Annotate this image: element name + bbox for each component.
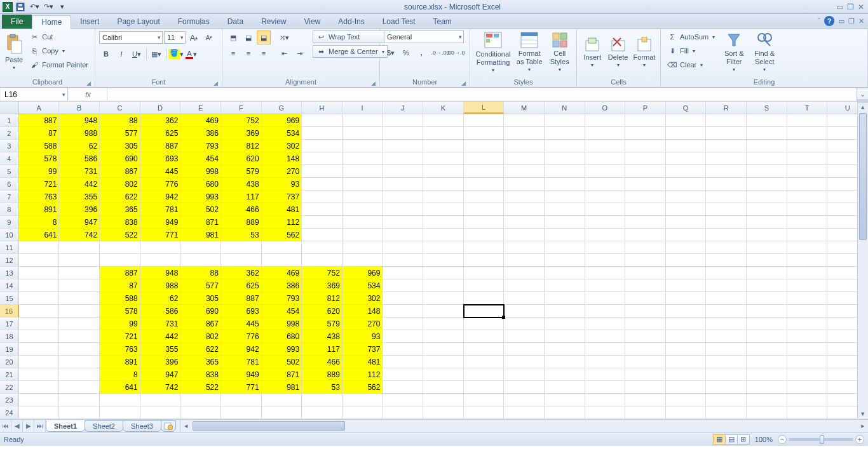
merge-center-button[interactable]: ⬌Merge & Center▾ [313,45,388,58]
cell-R1[interactable] [706,114,747,127]
cell-I5[interactable] [342,165,383,178]
cell-P17[interactable] [625,318,666,330]
tab-data[interactable]: Data [219,15,252,29]
cell-Q15[interactable] [666,292,707,305]
cell-T13[interactable] [787,267,828,279]
column-header-Q[interactable]: Q [666,102,707,114]
row-header-8[interactable]: 8 [0,203,19,216]
cell-B3[interactable]: 62 [59,140,100,152]
cell-E10[interactable]: 981 [180,229,221,241]
cell-D8[interactable]: 781 [140,203,181,216]
cell-E6[interactable]: 680 [180,178,221,191]
cell-I24[interactable] [342,406,383,419]
cell-O15[interactable] [585,292,626,305]
cell-I18[interactable]: 93 [342,330,383,343]
cell-B21[interactable] [59,368,100,381]
cell-E16[interactable]: 690 [180,305,221,318]
cell-O6[interactable] [585,178,626,191]
cell-F4[interactable]: 620 [221,152,262,165]
cell-G1[interactable]: 969 [262,114,302,127]
cell-P1[interactable] [625,114,666,127]
cell-D18[interactable]: 442 [140,330,181,343]
cell-S12[interactable] [747,254,787,267]
cell-S3[interactable] [747,140,787,152]
cell-T19[interactable] [787,343,828,356]
cell-Q2[interactable] [666,127,707,140]
cell-A21[interactable] [19,368,60,381]
cell-I9[interactable] [342,216,383,229]
vscroll-thumb[interactable] [859,113,867,240]
cell-T21[interactable] [787,368,828,381]
cell-J11[interactable] [383,241,423,254]
row-header-24[interactable]: 24 [0,406,19,419]
cell-D13[interactable]: 948 [140,267,181,279]
cell-A1[interactable]: 887 [19,114,60,127]
cell-T17[interactable] [787,318,828,330]
zoom-out-button[interactable]: − [778,435,787,444]
cell-I22[interactable]: 562 [342,381,383,394]
cell-R8[interactable] [706,203,747,216]
cell-K13[interactable] [423,267,464,279]
cell-G7[interactable]: 737 [262,191,302,203]
cell-S17[interactable] [747,318,787,330]
row-header-21[interactable]: 21 [0,368,19,381]
cell-F24[interactable] [221,406,262,419]
cell-G21[interactable]: 871 [262,368,302,381]
cell-B10[interactable]: 742 [59,229,100,241]
cell-D24[interactable] [140,406,181,419]
cell-B23[interactable] [59,394,100,406]
fill-color-button[interactable]: 🪣▾ [169,47,183,61]
cell-K12[interactable] [423,254,464,267]
cell-E21[interactable]: 838 [180,368,221,381]
cell-L5[interactable] [464,165,505,178]
cell-P24[interactable] [625,406,666,419]
cell-M11[interactable] [504,241,545,254]
cell-R19[interactable] [706,343,747,356]
cell-S10[interactable] [747,229,787,241]
cell-N6[interactable] [545,178,585,191]
cell-Q6[interactable] [666,178,707,191]
cell-B12[interactable] [59,254,100,267]
borders-button[interactable]: ▦▾ [149,47,163,61]
percent-format-button[interactable]: % [399,46,413,60]
cell-H18[interactable]: 438 [302,330,342,343]
cell-O19[interactable] [585,343,626,356]
cell-L7[interactable] [464,191,505,203]
cell-N22[interactable] [545,381,585,394]
cell-B5[interactable]: 731 [59,165,100,178]
cell-O21[interactable] [585,368,626,381]
cell-M14[interactable] [504,279,545,292]
cell-P7[interactable] [625,191,666,203]
cell-B4[interactable]: 586 [59,152,100,165]
cell-Q7[interactable] [666,191,707,203]
cell-D22[interactable]: 742 [140,381,181,394]
cell-C22[interactable]: 641 [100,381,140,394]
cell-H15[interactable]: 812 [302,292,342,305]
cell-O11[interactable] [585,241,626,254]
cell-M7[interactable] [504,191,545,203]
cell-T24[interactable] [787,406,828,419]
cell-M18[interactable] [504,330,545,343]
cell-R14[interactable] [706,279,747,292]
cell-P19[interactable] [625,343,666,356]
cell-L19[interactable] [464,343,505,356]
cell-D10[interactable]: 771 [140,229,181,241]
cell-I7[interactable] [342,191,383,203]
cell-A16[interactable] [19,305,60,318]
cell-E17[interactable]: 867 [180,318,221,330]
cell-H17[interactable]: 579 [302,318,342,330]
cell-T15[interactable] [787,292,828,305]
cell-O4[interactable] [585,152,626,165]
cell-H19[interactable]: 117 [302,343,342,356]
cell-D5[interactable]: 445 [140,165,181,178]
cell-N8[interactable] [545,203,585,216]
cell-R10[interactable] [706,229,747,241]
cell-S5[interactable] [747,165,787,178]
cell-N20[interactable] [545,356,585,368]
cell-T3[interactable] [787,140,828,152]
alignment-dialog-launcher[interactable]: ◢ [371,80,376,86]
sheet-tab-sheet2[interactable]: Sheet2 [85,420,123,432]
cell-B8[interactable]: 396 [59,203,100,216]
scroll-left-arrow[interactable]: ◂ [181,420,192,432]
cell-B15[interactable] [59,292,100,305]
